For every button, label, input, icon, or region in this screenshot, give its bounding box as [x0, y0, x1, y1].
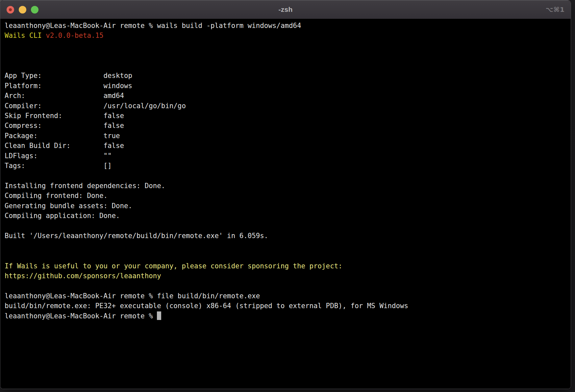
terminal-text-segment: Generating bundle assets: Done. [5, 202, 132, 210]
zoom-button[interactable] [31, 6, 38, 13]
traffic-lights [7, 0, 38, 19]
terminal-text-segment: Platform: windows [5, 82, 132, 90]
terminal-content[interactable]: leaanthony@Leas-MacBook-Air remote % wai… [0, 19, 571, 389]
terminal-text-segment: App Type: desktop [5, 72, 132, 80]
terminal-text-segment: build/bin/remote.exe: PE32+ executable (… [5, 302, 408, 310]
terminal-text-segment: Skip Frontend: false [5, 112, 124, 120]
terminal-line: Compiler: /usr/local/go/bin/go [5, 101, 571, 111]
terminal-line [5, 251, 571, 261]
terminal-line: Skip Frontend: false [5, 111, 571, 121]
terminal-text-segment: Compiling application: Done. [5, 212, 120, 220]
terminal-cursor [157, 311, 161, 320]
terminal-line: Compiling frontend: Done. [5, 191, 571, 201]
terminal-text-segment: Compiling frontend: Done. [5, 192, 108, 200]
terminal-line: Wails CLI v2.0.0-beta.15 [5, 31, 571, 40]
terminal-line: Tags: [] [5, 161, 571, 171]
terminal-line [5, 51, 571, 61]
terminal-line [5, 41, 571, 51]
minimize-button[interactable] [19, 6, 26, 13]
close-button[interactable] [7, 6, 14, 13]
window-shortcut-badge: ⌥⌘1 [545, 0, 565, 19]
terminal-text-segment: Compiler: /usr/local/go/bin/go [5, 102, 186, 110]
terminal-line: Installing frontend dependencies: Done. [5, 181, 571, 191]
terminal-text-segment: https://github.com/sponsors/leaanthony [5, 272, 161, 280]
terminal-line: If Wails is useful to you or your compan… [5, 261, 571, 271]
terminal-line: leaanthony@Leas-MacBook-Air remote % fil… [5, 291, 571, 301]
terminal-text-segment: leaanthony@Leas-MacBook-Air remote % [5, 312, 157, 320]
terminal-text-segment: v2.0.0-beta.15 [46, 32, 103, 39]
terminal-text-segment: LDFlags: "" [5, 152, 112, 160]
terminal-text-segment: Installing frontend dependencies: Done. [5, 182, 165, 190]
terminal-line: Clean Build Dir: false [5, 141, 571, 151]
terminal-line: Generating bundle assets: Done. [5, 201, 571, 211]
terminal-line [5, 61, 571, 71]
terminal-text-segment: Compress: false [5, 122, 124, 130]
terminal-text-segment: Built '/Users/leaanthony/remote/build/bi… [5, 232, 268, 240]
window-title: -zsh [0, 6, 571, 13]
window-titlebar[interactable]: -zsh ⌥⌘1 [0, 0, 571, 19]
terminal-line: Built '/Users/leaanthony/remote/build/bi… [5, 231, 571, 241]
terminal-line: Compiling application: Done. [5, 211, 571, 221]
terminal-line [5, 281, 571, 291]
terminal-line: Package: true [5, 131, 571, 141]
terminal-line [5, 221, 571, 231]
terminal-text-segment: leaanthony@Leas-MacBook-Air remote % fil… [5, 292, 260, 300]
terminal-line: Compress: false [5, 121, 571, 131]
terminal-text-segment: Tags: [] [5, 162, 112, 170]
terminal-lines: leaanthony@Leas-MacBook-Air remote % wai… [5, 21, 571, 321]
terminal-text-segment: Arch: amd64 [5, 92, 124, 100]
terminal-line: Arch: amd64 [5, 91, 571, 101]
terminal-line [5, 241, 571, 251]
terminal-text-segment: Clean Build Dir: false [5, 142, 124, 150]
terminal-text-segment: leaanthony@Leas-MacBook-Air remote % wai… [5, 22, 301, 30]
terminal-line: build/bin/remote.exe: PE32+ executable (… [5, 301, 571, 311]
terminal-window: -zsh ⌥⌘1 leaanthony@Leas-MacBook-Air rem… [0, 0, 571, 389]
terminal-line: https://github.com/sponsors/leaanthony [5, 271, 571, 281]
terminal-line: LDFlags: "" [5, 151, 571, 161]
terminal-text-segment: Package: true [5, 132, 120, 140]
terminal-line: leaanthony@Leas-MacBook-Air remote % [5, 311, 571, 321]
terminal-text-segment: If Wails is useful to you or your compan… [5, 262, 342, 270]
terminal-text-segment: Wails CLI [5, 32, 46, 39]
terminal-line: Platform: windows [5, 81, 571, 91]
terminal-line: App Type: desktop [5, 71, 571, 81]
terminal-line: leaanthony@Leas-MacBook-Air remote % wai… [5, 21, 571, 31]
terminal-line [5, 171, 571, 181]
